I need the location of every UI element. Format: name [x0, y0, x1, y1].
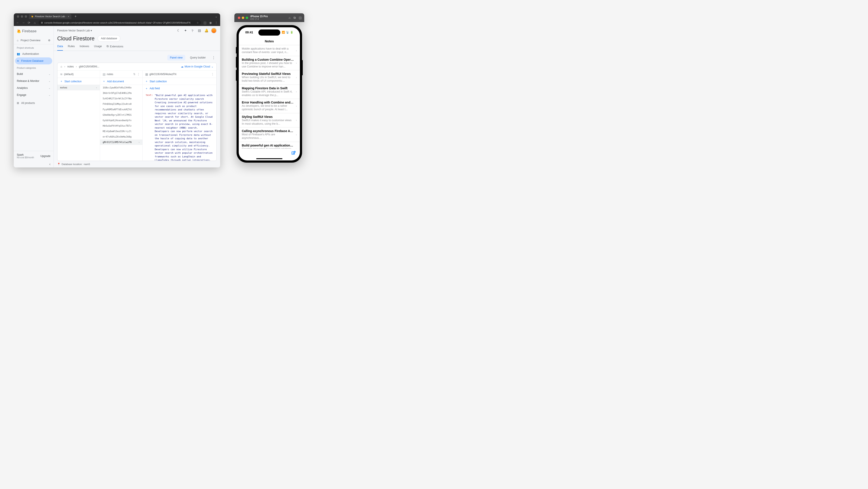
more-in-google-cloud[interactable]: ☁ More in Google Cloud ⌄: [181, 65, 213, 68]
document-item[interactable]: RExVp8wWlDeeS5RrryJl: [100, 129, 143, 134]
cellular-icon: 📶: [282, 31, 285, 34]
document-field[interactable]: text: "Build powerful gen AI application…: [143, 92, 216, 161]
tab-indexes[interactable]: Indexes: [80, 43, 89, 51]
document-item[interactable]: 1GBsc1pw8Gdfd6uI446o: [100, 85, 143, 90]
home-indicator[interactable]: [256, 158, 282, 159]
note-row[interactable]: Mobile applications have to deal with a …: [239, 45, 300, 56]
firebase-app: Firebase ⌂Project Overview ⚙ Project sho…: [14, 26, 220, 167]
sidebar-cat-analytics[interactable]: Analytics⌄: [14, 85, 54, 92]
docs-icon[interactable]: ▤: [197, 28, 202, 33]
bookmark-star-icon[interactable]: ☆: [196, 22, 199, 24]
sidebar-cat-engage[interactable]: Engage⌄: [14, 92, 54, 98]
project-selector[interactable]: Firestore Vector Search Lab ▾: [57, 29, 92, 32]
sparkle-icon[interactable]: ✦: [183, 28, 188, 33]
settings-gear-icon[interactable]: ⚙: [48, 39, 51, 42]
tab-dropdown-icon[interactable]: ⌄: [215, 14, 218, 18]
note-row[interactable]: Error Handling with Combine and S...As d…: [239, 99, 300, 113]
breadcrumb-home-icon[interactable]: ⌂: [61, 65, 62, 68]
close-dot[interactable]: [17, 15, 19, 18]
close-dot[interactable]: [238, 17, 240, 19]
note-row[interactable]: Build powerful gen AI applications...Cre…: [239, 142, 300, 149]
add-field-button[interactable]: ＋ Add field: [143, 85, 216, 92]
menu-icon[interactable]: ⋮: [215, 21, 218, 25]
note-body: As developers, we tend to be a rather op…: [242, 104, 294, 111]
plan-sub: No-cost $0/month: [17, 156, 34, 159]
sim-traffic-lights[interactable]: [237, 17, 248, 19]
notes-list[interactable]: Mobile applications have to deal with a …: [239, 45, 300, 149]
home-icon[interactable]: ⌂: [33, 21, 36, 25]
document-item[interactable]: 3HdrUrDFgS7eE4HRi2Pm: [100, 90, 143, 96]
collection-item-notes[interactable]: notes ›: [57, 85, 100, 90]
add-document-button[interactable]: ＋ Add document: [100, 78, 143, 85]
window-traffic-lights[interactable]: [16, 15, 27, 18]
toolbar-kebab-icon[interactable]: ⋮: [211, 56, 217, 60]
firebase-brand[interactable]: Firebase: [14, 26, 54, 36]
nav-forward-icon[interactable]: →: [22, 21, 25, 25]
minimize-dot[interactable]: [242, 17, 244, 19]
firebase-favicon: [31, 15, 34, 18]
zoom-dot[interactable]: [25, 15, 27, 18]
filter-icon[interactable]: ⇅: [133, 73, 135, 76]
note-row[interactable]: Calling asynchronous Firebase API...Most…: [239, 128, 300, 142]
profile-icon[interactable]: ◉: [209, 21, 212, 25]
zoom-dot[interactable]: [246, 17, 248, 19]
document-item[interactable]: F4h8OdqZ1UMqz23xAto0: [100, 101, 143, 107]
sim-screenshot-icon[interactable]: ⧉: [293, 16, 296, 20]
account-avatar[interactable]: [211, 28, 217, 33]
tab-rules[interactable]: Rules: [68, 43, 75, 51]
note-row[interactable]: Styling SwiftUI ViewsSwiftUI makes it ea…: [239, 113, 300, 128]
brand-text: Firebase: [22, 29, 36, 33]
site-settings-icon[interactable]: ⚙: [41, 22, 43, 24]
note-row[interactable]: Building a Custom Combine Operat...In th…: [239, 56, 300, 70]
phone-mute-switch: [236, 47, 237, 54]
sidebar-cat-build[interactable]: Build⌄: [14, 70, 54, 77]
document-item[interactable]: HbOuUaPXtHYqSVucTB7z: [100, 123, 143, 129]
tab-data[interactable]: Data: [57, 43, 63, 51]
sidebar-item-authentication[interactable]: 👥 Authentication: [14, 51, 54, 57]
notifications-icon[interactable]: 🔔: [204, 28, 209, 33]
dark-mode-icon[interactable]: ☾: [176, 28, 181, 33]
sidebar-item-firestore-database[interactable]: ≋ Firestore Database: [15, 57, 52, 64]
sim-rotate-icon[interactable]: ◫: [299, 16, 302, 20]
tab-usage[interactable]: Usage: [94, 43, 102, 51]
note-row[interactable]: Previewing Stateful SwiftUI ViewsWhen bu…: [239, 70, 300, 85]
query-builder-toggle[interactable]: Query builder: [187, 55, 208, 61]
document-item[interactable]: er47vA8XuZ6vUmHwJA8g: [100, 134, 143, 139]
document-item[interactable]: GybbVqm9jHoaodmwVpYv: [100, 118, 143, 123]
kebab-icon[interactable]: ⋮: [211, 73, 214, 76]
upgrade-button[interactable]: Upgrade: [40, 155, 51, 158]
simulator-os: iOS 17.4: [250, 18, 268, 20]
address-bar[interactable]: ⚙ console.firebase.google.com/project/fi…: [39, 20, 201, 25]
panel-view-toggle[interactable]: Panel view: [167, 55, 185, 61]
browser-tab[interactable]: Firestore Vector Search Lab - ×: [29, 14, 71, 19]
sim-home-icon[interactable]: ⌂: [289, 16, 290, 20]
sidebar-all-products[interactable]: ⊞ All products: [14, 98, 54, 108]
minimize-dot[interactable]: [21, 15, 23, 18]
new-tab-icon[interactable]: +: [73, 14, 76, 18]
start-collection-button[interactable]: ＋ Start collection: [143, 78, 216, 85]
sidebar-cat-release[interactable]: Release & Monitor⌄: [14, 77, 54, 85]
document-item[interactable]: FyyHOM5aRFTdEvukRZYd: [100, 107, 143, 112]
tab-extensions[interactable]: ⧉ Extensions: [106, 43, 123, 51]
sidebar-project-overview[interactable]: ⌂Project Overview ⚙: [14, 36, 54, 44]
document-item[interactable]: 5zK34R271brWt3zZffNa: [100, 96, 143, 101]
kebab-icon[interactable]: ⋮: [137, 73, 140, 76]
tab-close-icon[interactable]: ×: [68, 15, 69, 18]
help-icon[interactable]: ?: [190, 28, 195, 33]
extensions-icon[interactable]: ◫: [203, 21, 207, 25]
nav-back-icon[interactable]: ←: [16, 21, 20, 25]
reload-icon[interactable]: ⟳: [27, 21, 31, 25]
breadcrumb-collection[interactable]: notes: [67, 65, 73, 68]
page-header: Cloud Firestore Add database: [54, 35, 220, 43]
start-collection-button[interactable]: ＋ Start collection: [57, 78, 100, 85]
sidebar-collapse-icon[interactable]: ‹: [14, 161, 54, 167]
breadcrumb-document[interactable]: gMrO1fliXM5f4l...: [79, 65, 99, 68]
tab-title: Firestore Vector Search Lab -: [35, 15, 66, 18]
note-row[interactable]: Mapping Firestore Data in SwiftSwift's C…: [239, 85, 300, 99]
document-item[interactable]: G9mXWzRgryZR7zt17M5S: [100, 112, 143, 118]
phone-power-button: [302, 60, 303, 75]
document-item[interactable]: gMrO1fIiXM5f4lolwzFN›: [100, 139, 143, 145]
add-database-button[interactable]: Add database: [98, 35, 120, 42]
compose-icon[interactable]: [291, 151, 296, 157]
users-icon: 👥: [17, 53, 20, 56]
